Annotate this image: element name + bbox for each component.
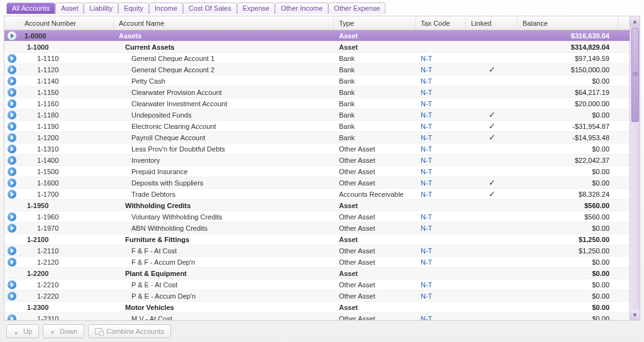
table-row[interactable]: 1-1310Less Prov'n for Doubtful DebtsOthe… [4,143,630,155]
table-row[interactable]: 1-1950Withholding CreditsAsset$560.00 [4,200,630,211]
row-arrow-icon[interactable] [8,156,16,165]
tab-cost-of-sales[interactable]: Cost Of Sales [183,3,237,14]
cell-account-name: Undeposited Funds [114,110,334,120]
row-arrow-icon[interactable] [8,224,16,233]
cell-tax-code: N-T [416,155,466,165]
cell-account-name: ABN Withholding Credits [114,223,334,233]
row-arrow-icon[interactable] [8,145,16,153]
col-type[interactable]: Type [334,18,416,29]
col-account-number[interactable]: Account Number [19,18,114,29]
button-label: Down [60,328,77,335]
cell-balance: $0.00 [518,280,618,290]
row-arrow-icon[interactable] [8,31,16,40]
cell-account-number: 1-1600 [19,178,114,188]
row-arrow-icon[interactable] [8,280,16,289]
row-arrow-icon[interactable] [8,314,16,321]
table-row[interactable]: 1-1960Voluntary Withholding CreditsOther… [4,211,630,223]
table-row[interactable]: 1-1140Petty CashBankN-T$0.00 [4,75,630,87]
table-row[interactable]: 1-2220P & E - Accum Dep'nOther AssetN-T$… [4,290,630,302]
cell-account-number: 1-2200 [19,268,114,279]
vertical-scrollbar[interactable]: ▲ ▼ [630,16,640,320]
table-row[interactable]: 1-1600Deposits with SuppliersOther Asset… [4,177,630,189]
cell-account-name: M V - At Cost [114,314,334,321]
cell-account-name: Assets [114,31,334,41]
table-row[interactable]: 1-1180Undeposited FundsBankN-T✓$0.00 [4,109,630,121]
col-tax-code[interactable]: Tax Code [416,18,466,29]
cell-account-name: P & E - Accum Dep'n [114,291,334,301]
table-row[interactable]: 1-1970ABN Withholding CreditsOther Asset… [4,223,630,234]
tab-other-income[interactable]: Other Income [275,3,328,14]
scroll-thumb[interactable] [631,28,639,122]
scroll-up-button[interactable]: ▲ [630,16,640,26]
table-row[interactable]: 1-1160Clearwater Investment AccountBankN… [4,98,630,109]
cell-account-name: Voluntary Withholding Credits [114,212,334,222]
row-arrow-icon[interactable] [8,246,16,255]
tab-label: Asset [61,4,79,12]
table-row[interactable]: 1-1500Prepaid InsuranceOther AssetN-T$0.… [4,166,630,177]
up-button[interactable]: Up [6,324,39,338]
table-row[interactable]: 1-0000AssetsAsset$316,639.04 [4,30,630,41]
cell-tax-code: N-T [416,53,466,63]
cell-account-number: 1-1120 [19,65,114,75]
tab-asset[interactable]: Asset [55,3,84,14]
table-row[interactable]: 1-2310M V - At CostOther AssetN-T$0.00 [4,313,630,320]
cell-account-name: F & F - At Cost [114,246,334,256]
cell-account-name: Withholding Credits [114,201,334,211]
row-arrow-icon[interactable] [8,258,16,267]
table-row[interactable]: 1-1400InventoryOther AssetN-T$22,042.37 [4,155,630,166]
tab-other-expense[interactable]: Other Expense [328,3,386,14]
table-row[interactable]: 1-1000Current AssetsAsset$314,829.04 [4,41,630,53]
col-account-name[interactable]: Account Name [114,18,334,29]
table-row[interactable]: 1-1150Clearwater Provision AccountBankN-… [4,87,630,98]
cell-balance: $314,829.04 [518,42,618,52]
cell-account-name: Deposits with Suppliers [114,178,334,188]
table-row[interactable]: 1-1190Electronic Clearing AccountBankN-T… [4,121,630,132]
cell-type: Asset [334,268,416,279]
cell-type: Bank [334,121,416,131]
cell-type: Other Asset [334,212,416,222]
table-row[interactable]: 1-2210P & E - At CostOther AssetN-T$0.00 [4,279,630,290]
row-arrow-icon[interactable] [8,54,16,63]
table-row[interactable]: 1-2300Motor VehiclesAsset$0.00 [4,302,630,313]
row-arrow-icon[interactable] [8,65,16,74]
cell-tax-code: N-T [416,133,466,143]
tab-all-accounts[interactable]: All Accounts [6,3,55,14]
cell-type: Other Asset [334,291,416,301]
cell-linked [466,148,518,150]
cell-account-number: 1-1970 [19,223,114,233]
scroll-down-button[interactable]: ▼ [630,310,640,320]
row-arrow-icon[interactable] [8,111,16,119]
cell-account-number: 1-1190 [19,121,114,131]
cell-linked: ✓ [466,188,518,200]
table-row[interactable]: 1-1700Trade DebtorsAccounts ReceivableN-… [4,189,630,200]
row-arrow-icon[interactable] [8,99,16,108]
tab-income[interactable]: Income [149,3,183,14]
row-arrow-icon[interactable] [8,133,16,142]
row-arrow-icon[interactable] [8,122,16,131]
col-linked[interactable]: Linked [466,18,518,29]
row-arrow-icon[interactable] [8,167,16,176]
col-balance[interactable]: Balance [518,18,618,29]
tab-equity[interactable]: Equity [118,3,149,14]
down-button[interactable]: Down [43,324,84,338]
tab-expense[interactable]: Expense [237,3,275,14]
table-row[interactable]: 1-1110General Cheque Account 1BankN-T$97… [4,53,630,64]
table-row[interactable]: 1-2120F & F - Accum Dep'nOther AssetN-T$… [4,256,630,268]
row-arrow-icon[interactable] [8,179,16,187]
cell-type: Bank [334,87,416,97]
combine-accounts-button[interactable]: Combine Accounts [88,324,171,338]
tab-liability[interactable]: Liability [84,3,118,14]
tab-label: Equity [124,4,143,12]
table-row[interactable]: 1-1120General Cheque Account 2BankN-T✓$1… [4,64,630,75]
table-row[interactable]: 1-1200Payroll Cheque AccountBankN-T✓-$14… [4,132,630,143]
row-arrow-icon[interactable] [8,77,16,86]
table-row[interactable]: 1-2100Furniture & FittingsAsset$1,250.00 [4,234,630,245]
row-arrow-icon[interactable] [8,292,16,301]
row-arrow-icon[interactable] [8,88,16,97]
table-row[interactable]: 1-2110F & F - At CostOther AssetN-T$1,25… [4,245,630,256]
row-arrow-icon[interactable] [8,190,16,199]
table-row[interactable]: 1-2200Plant & EquipmentAsset$0.00 [4,268,630,279]
row-arrow-icon[interactable] [8,212,16,221]
accounts-grid[interactable]: 1-0000AssetsAsset$316,639.041-1000Curren… [4,30,630,320]
cell-balance: $0.00 [518,291,618,301]
